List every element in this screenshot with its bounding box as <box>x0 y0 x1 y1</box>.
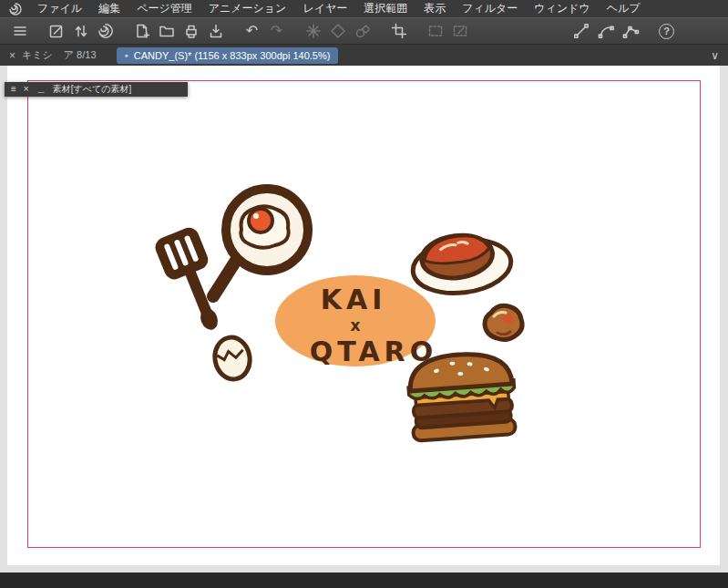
tab-list-chevron-down-icon[interactable]: ∨ <box>711 49 719 62</box>
egg-yolk <box>249 209 272 232</box>
switch-app-arrows-icon[interactable] <box>68 20 93 42</box>
steak-drawing <box>409 230 514 299</box>
new-document-icon[interactable] <box>129 20 154 42</box>
crop-marks-icon[interactable] <box>386 20 411 42</box>
open-file-icon[interactable] <box>154 20 179 42</box>
panel-title: 素材[すべての素材] <box>53 83 132 96</box>
menu-view[interactable]: 表示 <box>415 1 454 16</box>
artwork-title-line1: KAI <box>321 284 387 315</box>
transform-diamond-icon <box>325 20 350 42</box>
canvas-viewport: ≡ × ＿ 素材[すべての素材] KAI x QTARO <box>0 66 728 573</box>
selection-area-icon <box>423 20 447 42</box>
clip-studio-logo-icon <box>7 2 24 16</box>
menu-edit[interactable]: 編集 <box>90 1 128 16</box>
open-clip-studio-icon[interactable] <box>93 20 118 42</box>
artwork-illustration: KAI x QTARO <box>137 180 556 453</box>
menu-help[interactable]: ヘルプ <box>599 1 649 16</box>
tab-inactive-label[interactable]: キミシ <box>22 48 53 62</box>
menu-filter[interactable]: フィルター <box>454 1 526 16</box>
edit-in-app-icon[interactable] <box>44 20 68 42</box>
cracked-egg-drawing <box>211 335 252 382</box>
export-print-icon[interactable] <box>179 20 203 42</box>
artwork-title-line3: QTARO <box>310 335 437 367</box>
panel-menu-icon[interactable]: ≡ <box>11 85 16 94</box>
polyline-tool-icon[interactable] <box>618 20 642 42</box>
save-icon[interactable] <box>203 20 228 42</box>
menu-page-management[interactable]: ページ管理 <box>128 1 200 16</box>
material-panel-titlebar[interactable]: ≡ × ＿ 素材[すべての素材] <box>5 82 188 97</box>
tab-status-dot: ● <box>125 52 128 58</box>
command-toolbar: ↶ ↷ ? <box>0 17 728 45</box>
shapes-icon <box>350 20 374 42</box>
document-tab-bar: × キミシ ア 8/13 ● CANDY_(S)* (1156 x 833px … <box>0 45 728 66</box>
menu-bar: ファイル 編集 ページ管理 アニメーション レイヤー 選択範囲 表示 フィルター… <box>0 0 728 17</box>
panel-minimize-icon[interactable]: ＿ <box>36 85 46 94</box>
line-tool-icon[interactable] <box>569 20 593 42</box>
redo-icon: ↷ <box>264 20 289 42</box>
help-icon[interactable]: ? <box>654 20 679 42</box>
menu-layer[interactable]: レイヤー <box>294 1 355 16</box>
processing-starburst-icon <box>301 20 325 42</box>
tab-close-icon[interactable]: × <box>9 49 15 62</box>
tab-page-indicator: ア 8/13 <box>64 48 97 62</box>
panel-close-icon[interactable]: × <box>24 85 29 94</box>
title-oval: KAI x QTARO <box>275 275 437 367</box>
main-menu-icon[interactable] <box>7 20 32 42</box>
window-bottom-bar <box>0 573 728 588</box>
menu-window[interactable]: ウィンドウ <box>526 1 598 16</box>
selection-pen-icon <box>447 20 472 42</box>
fried-chicken-drawing <box>485 305 522 339</box>
menu-animation[interactable]: アニメーション <box>200 1 295 16</box>
hamburger-drawing <box>406 351 518 441</box>
tab-active-label: CANDY_(S)* (1156 x 833px 300dpi 140.5%) <box>134 50 331 61</box>
artwork-title-line2: x <box>351 316 361 335</box>
curve-tool-icon[interactable] <box>593 20 618 42</box>
undo-icon[interactable]: ↶ <box>240 20 264 42</box>
menu-selection[interactable]: 選択範囲 <box>355 1 415 16</box>
frying-pan-drawing <box>213 189 308 296</box>
tab-active-candy[interactable]: ● CANDY_(S)* (1156 x 833px 300dpi 140.5%… <box>117 47 339 64</box>
menu-file[interactable]: ファイル <box>29 1 90 16</box>
